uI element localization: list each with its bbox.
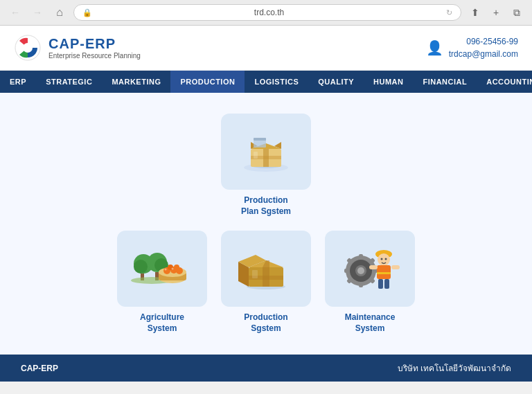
- svg-rect-44: [344, 269, 350, 273]
- module-production-wrapper: Production Sgstem: [221, 231, 311, 334]
- browser-chrome: ← → ⌂ 🔒 trd.co.th ↻ ⬆ + ⧉: [0, 0, 532, 26]
- svg-rect-43: [359, 282, 363, 287]
- production-icon: [238, 247, 294, 292]
- module-production-label: Production Sgstem: [244, 312, 287, 334]
- agriculture-icon: [131, 244, 193, 293]
- nav-item-financial[interactable]: FINANCIAL: [413, 71, 477, 93]
- module-agriculture-card[interactable]: [117, 231, 207, 307]
- svg-rect-59: [377, 272, 391, 274]
- url-text: trd.co.th: [96, 8, 442, 17]
- module-maintenance-label: Maintenance System: [345, 312, 396, 334]
- contact-phone: 096-25456-99: [449, 35, 518, 48]
- contact-email: trdcap@gmail.com: [449, 48, 518, 60]
- top-module-area: Production Plan Sgstem: [221, 114, 311, 217]
- module-agriculture-wrapper: Agriculture System: [117, 231, 207, 334]
- contact-area: 👤 096-25456-99 trdcap@gmail.com: [426, 35, 518, 60]
- logo-area: CAP-ERP Enterprise Resource Planning: [14, 34, 141, 62]
- svg-point-53: [378, 253, 390, 266]
- footer-company: บริษัท เทคโนโลยีวัจพัฒนาจำกัด: [398, 361, 511, 375]
- svg-rect-12: [254, 138, 266, 141]
- svg-rect-56: [391, 265, 400, 269]
- app-header: CAP-ERP Enterprise Resource Planning 👤 0…: [0, 26, 532, 71]
- svg-rect-38: [252, 270, 258, 278]
- tabs-button[interactable]: ⧉: [508, 4, 525, 21]
- logo-icon: [14, 34, 42, 62]
- module-maintenance-wrapper: Maintenance System: [325, 231, 415, 334]
- browser-actions: ⬆ + ⧉: [467, 4, 525, 21]
- app-footer: CAP-ERP บริษัท เทคโนโลยีวัจพัฒนาจำกัด: [0, 355, 532, 382]
- nav-item-logistics[interactable]: LOGISTICS: [245, 71, 308, 93]
- svg-point-60: [381, 258, 383, 260]
- svg-rect-42: [359, 254, 363, 260]
- browser-toolbar: ← → ⌂ 🔒 trd.co.th ↻ ⬆ + ⧉: [0, 0, 532, 25]
- svg-point-50: [357, 267, 364, 274]
- logo-subtitle: Enterprise Resource Planning: [48, 52, 141, 60]
- svg-point-61: [385, 258, 387, 260]
- app-container: CAP-ERP Enterprise Resource Planning 👤 0…: [0, 26, 532, 382]
- nav-bar: ERP STRATEGIC MARKETING PRODUCTION LOGIS…: [0, 71, 532, 93]
- logo-title: CAP-ERP: [48, 36, 141, 52]
- module-production-plan-card[interactable]: [221, 114, 311, 190]
- svg-point-29: [172, 268, 174, 270]
- add-tab-button[interactable]: +: [488, 4, 504, 21]
- module-agriculture-label: Agriculture System: [140, 312, 184, 334]
- home-button[interactable]: ⌂: [51, 4, 68, 21]
- module-production-card[interactable]: [221, 231, 311, 307]
- main-content: Production Plan Sgstem: [0, 93, 532, 355]
- address-bar[interactable]: 🔒 trd.co.th ↻: [73, 4, 461, 21]
- svg-point-28: [165, 269, 167, 271]
- svg-rect-58: [384, 279, 389, 289]
- module-production-plan-label: Production Plan Sgstem: [241, 195, 291, 217]
- svg-point-14: [134, 260, 148, 274]
- nav-item-accounting[interactable]: ACCOUNTING: [477, 71, 532, 93]
- nav-item-human[interactable]: HUMAN: [364, 71, 413, 93]
- nav-item-erp[interactable]: ERP: [0, 71, 36, 93]
- svg-point-27: [174, 265, 179, 270]
- nav-item-marketing[interactable]: MARKETING: [102, 71, 170, 93]
- footer-logo: CAP-ERP: [21, 364, 58, 373]
- svg-rect-10: [254, 152, 258, 159]
- back-button[interactable]: ←: [7, 4, 24, 21]
- share-button[interactable]: ⬆: [467, 4, 484, 21]
- bottom-modules-area: Agriculture System: [117, 231, 415, 334]
- svg-point-1: [23, 43, 33, 53]
- logo-text-area: CAP-ERP Enterprise Resource Planning: [48, 36, 141, 60]
- nav-item-quality[interactable]: QUALITY: [308, 71, 364, 93]
- nav-item-production[interactable]: PRODUCTION: [170, 71, 245, 93]
- nav-item-strategic[interactable]: STRATEGIC: [36, 71, 102, 93]
- module-production-plan-wrapper: Production Plan Sgstem: [221, 114, 311, 217]
- forward-button[interactable]: →: [29, 4, 46, 21]
- svg-rect-57: [378, 279, 383, 289]
- module-maintenance-card[interactable]: [325, 231, 415, 307]
- production-plan-icon: [238, 129, 294, 174]
- contact-info: 096-25456-99 trdcap@gmail.com: [449, 35, 518, 60]
- phone-icon: 👤: [426, 39, 443, 56]
- svg-rect-55: [369, 265, 378, 269]
- maintenance-icon: [339, 244, 401, 293]
